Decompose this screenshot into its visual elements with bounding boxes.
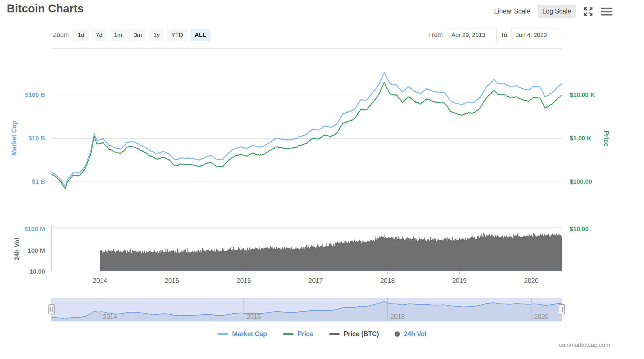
legend-item-label: 24h Vol: [404, 330, 426, 338]
bitcoin-charts-page: Bitcoin Charts Linear Scale Log Scale Zo…: [0, 0, 644, 359]
legend-dash-marker: [329, 333, 340, 335]
legend-dash-marker: [218, 333, 228, 335]
chart-legend: Market CapPricePrice (BTC)24h Vol: [0, 330, 644, 338]
price-series: [52, 82, 562, 188]
volume-bars-series: [100, 231, 562, 271]
legend-item-label: Price: [298, 330, 313, 338]
navigator-right-handle[interactable]: [559, 305, 565, 314]
legend-item-24h-vol[interactable]: 24h Vol: [395, 330, 426, 338]
legend-dash-marker: [283, 333, 294, 335]
navigator-left-handle[interactable]: [49, 305, 54, 314]
chart-canvas[interactable]: [0, 0, 644, 359]
watermark: coinmarketcap.com: [559, 342, 610, 348]
market-cap-series: [52, 73, 562, 186]
legend-item-price-btc[interactable]: Price (BTC): [329, 330, 379, 338]
legend-item-price[interactable]: Price: [283, 330, 313, 338]
legend-item-market-cap[interactable]: Market Cap: [218, 330, 267, 338]
legend-item-label: Market Cap: [232, 330, 267, 338]
legend-circle-marker: [395, 331, 400, 337]
legend-item-label: Price (BTC): [344, 330, 379, 338]
